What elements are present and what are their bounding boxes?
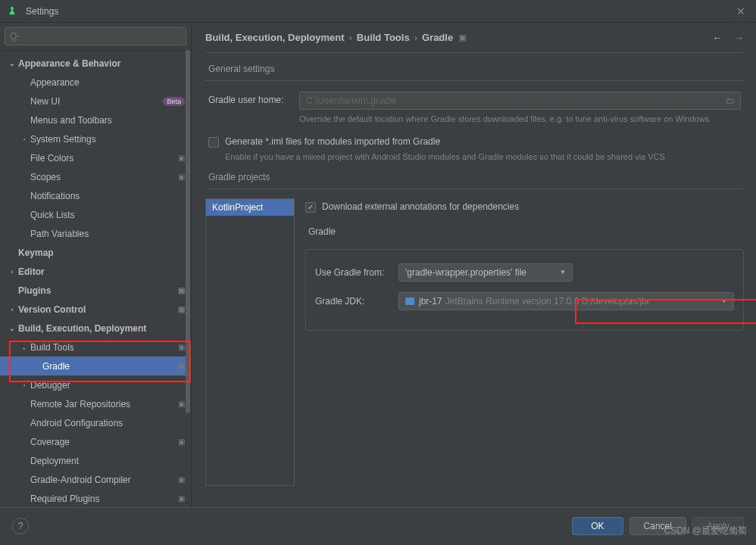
project-scope-icon: ▣ — [178, 438, 185, 446]
generate-iml-checkbox[interactable] — [208, 137, 219, 148]
breadcrumb-part[interactable]: Build, Execution, Deployment — [205, 32, 344, 43]
tree-item-menus-and-toolbars[interactable]: Menus and Toolbars — [0, 111, 191, 129]
tree-item-new-ui[interactable]: New UIBeta — [0, 92, 191, 111]
tree-item-debugger[interactable]: ›Debugger — [0, 375, 191, 394]
tree-item-appearance-behavior[interactable]: ⌄Appearance & Behavior — [0, 54, 191, 73]
tree-item-path-variables[interactable]: Path Variables — [0, 224, 191, 243]
tree-item-appearance[interactable]: Appearance — [0, 73, 191, 92]
chevron-down-icon: ▼ — [560, 269, 566, 276]
tree-item-label: File Colors — [30, 153, 175, 164]
project-item[interactable]: KotlinProject — [206, 199, 294, 216]
chevron-right-icon: › — [8, 268, 17, 276]
chevron-down-icon: ⌄ — [8, 60, 17, 67]
breadcrumb-part[interactable]: Gradle — [422, 32, 453, 43]
search-input[interactable] — [5, 27, 186, 45]
tree-item-label: Build, Execution, Deployment — [18, 323, 185, 334]
nav-back-icon[interactable]: ← — [712, 32, 723, 44]
download-annotations-checkbox[interactable] — [305, 202, 316, 213]
tree-item-android-configurations[interactable]: Android Configurations — [0, 413, 191, 432]
nav-forward-icon: → — [733, 32, 744, 44]
section-gradle-projects: Gradle projects — [205, 161, 744, 189]
tree-item-label: Plugins — [18, 285, 175, 296]
gradle-jdk-name: jbr-17 — [419, 296, 442, 307]
tree-item-version-control[interactable]: ›Version Control▣ — [0, 300, 191, 319]
project-scope-icon: ▣ — [178, 305, 185, 313]
generate-iml-label[interactable]: Generate *.iml files for modules importe… — [225, 136, 440, 147]
tree-item-label: Notifications — [30, 191, 185, 201]
breadcrumb-part[interactable]: Build Tools — [357, 32, 410, 43]
tree-item-plugins[interactable]: Plugins▣ — [0, 281, 191, 300]
chevron-right-icon: › — [8, 306, 17, 313]
tree-item-label: Keymap — [18, 248, 185, 258]
tree-item-build-tools[interactable]: ⌄Build Tools▣ — [0, 338, 191, 357]
use-gradle-from-value: 'gradle-wrapper.properties' file — [405, 267, 526, 278]
generate-iml-hint: Enable if you have a mixed project with … — [205, 152, 744, 161]
help-button[interactable]: ? — [12, 518, 29, 534]
folder-icon[interactable]: 🗀 — [726, 96, 734, 105]
tree-item-required-plugins[interactable]: Required Plugins▣ — [0, 489, 191, 507]
scrollbar[interactable] — [185, 50, 191, 507]
tree-item-gradle[interactable]: Gradle▣ — [0, 357, 191, 375]
chevron-right-icon: › — [414, 32, 417, 43]
settings-content: Build, Execution, Deployment › Build Too… — [192, 23, 756, 507]
chevron-down-icon: ▼ — [721, 297, 727, 304]
settings-sidebar: ⌄Appearance & BehaviorAppearanceNew UIBe… — [0, 23, 192, 507]
window-title: Settings — [26, 6, 732, 17]
tree-item-label: Remote Jar Repositories — [30, 399, 175, 410]
tree-item-label: Gradle — [42, 361, 175, 372]
tree-item-label: Appearance — [30, 77, 185, 88]
beta-badge: Beta — [163, 97, 185, 106]
settings-tree[interactable]: ⌄Appearance & BehaviorAppearanceNew UIBe… — [0, 51, 191, 507]
tree-item-label: System Settings — [30, 134, 185, 145]
download-annotations-label[interactable]: Download external annotations for depend… — [322, 201, 519, 212]
gradle-user-home-input[interactable]: C:\Users\anxin\.gradle 🗀 — [299, 92, 741, 110]
project-scope-icon: ▣ — [178, 173, 185, 181]
tree-item-label: Required Plugins — [30, 494, 175, 504]
tree-item-label: Appearance & Behavior — [18, 58, 185, 69]
tree-item-label: Menus and Toolbars — [30, 115, 185, 126]
tree-item-file-colors[interactable]: File Colors▣ — [0, 148, 191, 167]
tree-item-label: Editor — [18, 266, 185, 277]
tree-item-label: Path Variables — [30, 229, 185, 239]
use-gradle-from-label: Use Gradle from: — [315, 267, 398, 278]
apply-button: Apply — [692, 517, 744, 535]
project-scope-icon: ▣ — [178, 494, 185, 503]
projects-list[interactable]: KotlinProject — [205, 198, 295, 486]
tree-item-system-settings[interactable]: ›System Settings — [0, 129, 191, 148]
tree-item-label: Version Control — [18, 304, 175, 315]
tree-item-gradle-android-compiler[interactable]: Gradle-Android Compiler▣ — [0, 470, 191, 489]
chevron-down-icon: ⌄ — [20, 344, 29, 351]
chevron-right-icon: › — [348, 32, 351, 43]
gradle-jdk-dropdown[interactable]: jbr-17 JetBrains Runtime version 17.0.6 … — [398, 292, 734, 310]
gradle-user-home-hint: Override the default location where Grad… — [299, 113, 741, 126]
close-icon[interactable]: ✕ — [732, 5, 750, 17]
gradle-user-home-value: C:\Users\anxin\.gradle — [306, 95, 396, 106]
use-gradle-from-dropdown[interactable]: 'gradle-wrapper.properties' file ▼ — [398, 263, 573, 282]
tree-item-label: Coverage — [30, 437, 175, 447]
project-scope-icon: ▣ — [178, 343, 185, 351]
tree-item-editor[interactable]: ›Editor — [0, 262, 191, 281]
cancel-button[interactable]: Cancel — [629, 517, 686, 535]
project-scope-icon: ▣ — [178, 400, 185, 408]
tree-item-quick-lists[interactable]: Quick Lists — [0, 205, 191, 224]
chevron-right-icon: › — [20, 382, 29, 389]
tree-item-deployment[interactable]: Deployment — [0, 451, 191, 470]
chevron-right-icon: › — [20, 135, 29, 143]
tree-item-build-execution-deployment[interactable]: ⌄Build, Execution, Deployment — [0, 319, 191, 338]
tree-item-label: Deployment — [30, 456, 185, 466]
project-scope-icon: ▣ — [178, 475, 185, 484]
tree-item-label: Scopes — [30, 172, 175, 182]
gradle-jdk-desc: JetBrains Runtime version 17.0.6 D:/deve… — [445, 296, 650, 307]
dialog-footer: ? OK Cancel Apply — [0, 507, 756, 543]
ok-button[interactable]: OK — [572, 517, 623, 535]
tree-item-coverage[interactable]: Coverage▣ — [0, 432, 191, 451]
gradle-user-home-label: Gradle user home: — [208, 92, 299, 105]
gradle-jdk-label: Gradle JDK: — [315, 296, 398, 307]
tree-item-remote-jar-repositories[interactable]: Remote Jar Repositories▣ — [0, 394, 191, 413]
project-scope-icon: ▣ — [178, 362, 185, 370]
tree-item-notifications[interactable]: Notifications — [0, 186, 191, 205]
tree-item-keymap[interactable]: Keymap — [0, 243, 191, 262]
tree-item-label: Gradle-Android Compiler — [30, 475, 175, 485]
tree-item-scopes[interactable]: Scopes▣ — [0, 167, 191, 186]
tree-item-label: Quick Lists — [30, 210, 185, 220]
